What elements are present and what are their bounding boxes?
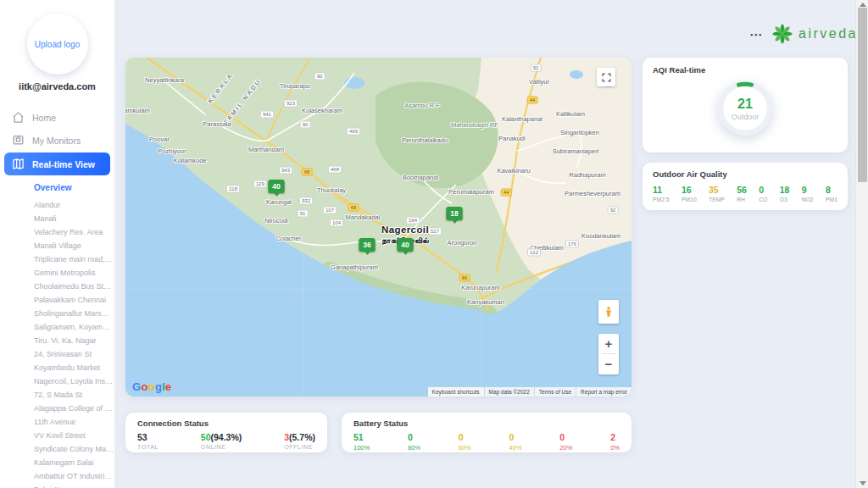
oaq-metric: 8PM1 xyxy=(826,185,837,202)
sidebar-item-location[interactable]: 72, S Mada St xyxy=(0,388,114,402)
pegman-control[interactable] xyxy=(598,300,619,324)
oaq-metric: 0CO xyxy=(759,185,767,202)
google-logo-letter: o xyxy=(141,380,147,393)
map-canvas[interactable] xyxy=(125,58,632,396)
connection-status-card: Connection Status 53TOTAL50(94.3%)ONLINE… xyxy=(125,413,327,452)
map-attribution-link[interactable]: Map data ©2022 xyxy=(484,387,534,396)
zoom-out-button[interactable]: − xyxy=(598,354,619,374)
oaq-metric-value: 56 xyxy=(737,185,747,195)
sidebar-item-overview[interactable]: Overview xyxy=(0,177,114,197)
aqi-map-marker[interactable]: 36 xyxy=(359,238,376,252)
sidebar-item-location[interactable]: Velachery Res. Area xyxy=(0,225,114,239)
battery-cell: 20% xyxy=(610,432,620,452)
scrollbar-down-arrow[interactable] xyxy=(860,481,866,485)
aqi-map-marker[interactable]: 18 xyxy=(447,207,463,220)
sidebar-item-location[interactable]: Tiru. Vi. Ka. Nagar xyxy=(0,334,114,347)
sidebar-item-location[interactable]: VV Kovil Street xyxy=(0,429,114,442)
sidebar-item-home[interactable]: Home xyxy=(0,107,114,128)
battery-cell: 080% xyxy=(408,432,420,452)
sidebar-item-location[interactable]: Manali xyxy=(0,212,114,225)
outdoor-air-quality-card: Outdoor Air Quality 11PM2.516PM1035TEMP5… xyxy=(643,163,848,210)
oaq-card-title: Outdoor Air Quality xyxy=(653,169,837,179)
scrollbar-up-arrow[interactable] xyxy=(860,3,866,7)
battery-cell-value: 0 xyxy=(509,432,522,442)
sidebar-item-location[interactable]: Manali Village xyxy=(0,239,114,252)
sidebar-item-location[interactable]: Palavakkam Chennai xyxy=(0,293,114,307)
battery-cell: 040% xyxy=(509,432,522,452)
battery-cell-value: 0 xyxy=(559,432,572,442)
airveda-pinwheel-icon xyxy=(771,23,793,45)
battery-cell-label: 20% xyxy=(559,444,572,452)
aqi-map-marker[interactable]: 40 xyxy=(269,180,285,193)
aqi-gauge: 21 Outdoor xyxy=(715,78,776,139)
battery-cell-value: 0 xyxy=(459,432,471,442)
oaq-metric-label: RH xyxy=(737,197,747,202)
sidebar-item-location[interactable]: 11th Avenue xyxy=(0,415,114,429)
oaq-metric-value: 18 xyxy=(780,185,790,195)
oaq-metric: 35TEMP xyxy=(709,185,725,202)
connection-stat: 53TOTAL xyxy=(137,432,159,450)
sidebar-item-location[interactable]: Gemini Metropolis xyxy=(0,266,114,280)
aqi-map-marker[interactable]: 40 xyxy=(398,238,414,252)
battery-cell-label: 60% xyxy=(459,444,471,452)
google-logo-letter: e xyxy=(165,380,172,393)
fullscreen-button[interactable] xyxy=(597,68,615,86)
sidebar-item-location[interactable]: Saligramam, Koyam… xyxy=(0,320,114,334)
oaq-metric-label: PM1 xyxy=(826,197,837,202)
sidebar-item-location[interactable]: Nagercoil, Loyola Ins… xyxy=(0,374,114,388)
sidebar-item-location[interactable]: Ambattur OT Industri… xyxy=(0,469,114,483)
map-zoom-control: + − xyxy=(598,334,619,374)
sidebar-item-realtime-view[interactable]: Real-time View xyxy=(4,152,110,175)
map-attribution-link[interactable]: Keyboard shortcuts xyxy=(428,387,484,396)
oaq-metric: 16PM10 xyxy=(682,185,697,202)
sidebar-item-location[interactable]: 24, Srinivasan St xyxy=(0,347,114,361)
sidebar-item-my-monitors[interactable]: My Monitors xyxy=(0,130,114,151)
google-logo[interactable]: Google xyxy=(132,380,172,393)
sidebar-item-location[interactable]: Alandur xyxy=(0,198,114,212)
zoom-in-button[interactable]: + xyxy=(598,334,619,353)
connection-stat-value: 50(94.3%) xyxy=(201,432,242,442)
account-email: iitk@airveda.com xyxy=(0,81,114,92)
map-attribution-link[interactable]: Terms of Use xyxy=(534,387,576,396)
more-menu-button[interactable]: ⋯ xyxy=(749,27,763,42)
aqi-value: 21 xyxy=(715,97,776,112)
connection-stat-number: 53 xyxy=(137,432,147,442)
oaq-metric: 9NO2 xyxy=(802,185,814,202)
battery-cell: 020% xyxy=(559,432,572,452)
battery-cell-label: 40% xyxy=(509,444,522,452)
sidebar-item-location[interactable]: Balaji Nagar xyxy=(0,483,114,488)
sidebar-item-location[interactable]: Koyambedu Market xyxy=(0,361,114,374)
connection-stat-value: 3(5.7%) xyxy=(284,432,315,442)
connection-stat-label: OFFLINE xyxy=(284,444,315,450)
battery-cells-row: 51100%080%060%040%020%20% xyxy=(353,432,620,452)
battery-cell-label: 100% xyxy=(353,444,370,452)
sidebar-item-location[interactable]: Triplicane main road,… xyxy=(0,252,114,266)
sidebar-item-location[interactable]: Sholinganallur Mars… xyxy=(0,307,114,320)
sidebar-item-label: Home xyxy=(32,113,56,123)
sidebar-item-location[interactable]: Alagappa College of … xyxy=(0,402,114,415)
map-attribution-link[interactable]: Report a map error xyxy=(576,387,632,396)
sidebar-nav: Home My Monitors Real-time View xyxy=(0,107,114,175)
sidebar-item-location[interactable]: Choolaimedu Bus St… xyxy=(0,280,114,293)
scrollbar-thumb[interactable] xyxy=(858,8,867,182)
oaq-metric-label: PM10 xyxy=(682,197,697,202)
sidebar-item-location[interactable]: Syndicate Colony Ma… xyxy=(0,442,114,456)
battery-cell-value: 2 xyxy=(610,432,620,442)
page-scrollbar[interactable] xyxy=(855,0,868,488)
upload-logo-button[interactable]: Upload logo xyxy=(27,14,88,75)
oaq-metric-label: NO2 xyxy=(802,197,814,202)
monitor-icon xyxy=(12,134,25,147)
battery-cell-value: 51 xyxy=(353,432,370,442)
battery-card-title: Battery Status xyxy=(353,419,620,428)
upload-logo-label: Upload logo xyxy=(35,40,80,49)
connection-stat-percent: (94.3%) xyxy=(211,432,242,442)
sidebar: Upload logo iitk@airveda.com Home My Mon… xyxy=(0,0,114,488)
google-logo-letter: G xyxy=(132,380,141,393)
aqi-location-label: Outdoor xyxy=(715,113,776,121)
battery-cell: 51100% xyxy=(353,432,370,452)
aqi-realtime-card: AQI Real-time 21 Outdoor xyxy=(643,58,848,152)
sidebar-item-location[interactable]: Kalamegam Salai xyxy=(0,456,114,469)
oaq-metric-value: 35 xyxy=(709,185,725,195)
map-card: NeyyattinkaraKERALATAMIL NADUTiruparapuK… xyxy=(125,58,632,396)
oaq-metric-value: 8 xyxy=(826,185,837,195)
